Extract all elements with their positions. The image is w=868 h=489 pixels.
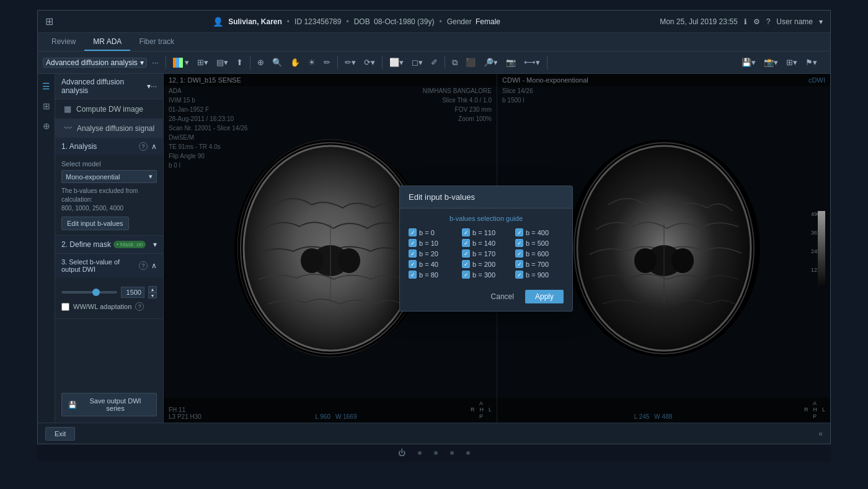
tab-review[interactable]: Review: [43, 34, 84, 51]
snapshot-button[interactable]: 📷: [503, 56, 519, 69]
search-button[interactable]: 🔍: [269, 56, 285, 69]
panel-more-icon[interactable]: ···: [151, 82, 157, 91]
mask-badge: • Mask: on: [113, 241, 146, 248]
copy-button[interactable]: ⧉: [449, 56, 461, 70]
bvalue-slider[interactable]: [61, 291, 117, 294]
camera-button[interactable]: 📸▾: [761, 56, 781, 69]
bvalue-cb-110[interactable]: [462, 228, 470, 236]
user-chevron-icon[interactable]: ▾: [819, 17, 823, 26]
save-icon-button[interactable]: 💾▾: [738, 56, 759, 69]
grid-button[interactable]: ⊞▾: [194, 56, 211, 69]
info-icon[interactable]: ℹ: [744, 17, 747, 26]
view-button[interactable]: ⬛: [463, 56, 479, 69]
bvalue-label-300: b = 300: [472, 271, 495, 279]
menu-item-analyse[interactable]: 〰 Analyse diffusion signal: [55, 119, 163, 138]
bvalue-label-20: b = 20: [419, 250, 438, 258]
bvalue-cb-300[interactable]: [462, 271, 470, 279]
tab-fiber-track[interactable]: Fiber track: [130, 34, 183, 51]
bvalue-cb-10[interactable]: [409, 239, 417, 247]
crossref-icon[interactable]: ⊕: [40, 119, 53, 133]
model-select[interactable]: Mono-exponential ▾: [61, 170, 157, 183]
crosshair-button[interactable]: ⊕: [254, 56, 267, 69]
bvalue-cb-700[interactable]: [515, 260, 523, 268]
edit-bvalues-button[interactable]: Edit input b-values: [61, 217, 129, 230]
section-mask-header[interactable]: 2. Define mask • Mask: on ▾: [55, 236, 163, 253]
cancel-button[interactable]: Cancel: [485, 290, 520, 303]
svg-rect-1: [176, 58, 179, 68]
settings-icon[interactable]: ⚙: [753, 17, 760, 26]
roi-button[interactable]: ⟳▾: [361, 56, 378, 69]
image-icon[interactable]: ⊞: [40, 99, 53, 114]
preset-button[interactable]: ▤▾: [213, 56, 231, 69]
flag-button[interactable]: ⚑▾: [802, 56, 820, 69]
pan-button[interactable]: ✋: [287, 56, 303, 69]
save-series-button[interactable]: 💾 Save output DWI series: [61, 393, 157, 416]
brightness-button[interactable]: ☀: [305, 56, 319, 69]
slider-decrement-button[interactable]: ▼: [148, 292, 157, 298]
section-analysis-title: 1. Analysis: [61, 142, 97, 151]
bvalue-cb-900[interactable]: [515, 271, 523, 279]
slider-increment-button[interactable]: ▲: [148, 286, 157, 292]
bvalue-cb-80[interactable]: [409, 271, 417, 279]
bvalue-label-700: b = 700: [526, 261, 549, 268]
more-options-button[interactable]: ···: [149, 56, 162, 69]
window-button[interactable]: ◻▾: [409, 56, 426, 69]
ww-wl-checkbox[interactable]: [61, 303, 69, 311]
bvalue-cb-140[interactable]: [462, 239, 470, 247]
section-bvalue-header[interactable]: 3. Select b-value of output DWI ? ∧: [55, 254, 163, 277]
flip-button[interactable]: ⟷▾: [521, 56, 543, 69]
ww-wl-help-icon[interactable]: ?: [135, 302, 144, 311]
main-content: ☰ ⊞ ⊕ Advanced diffusion analysis ▾ ··· …: [38, 74, 830, 423]
tab-mr-ada[interactable]: MR ADA: [84, 34, 130, 51]
section-bvalue-body: 1500 ▲ ▼ WW/WL adaptation ?: [55, 277, 163, 318]
bvalue-label-900: b = 900: [526, 271, 549, 279]
taskbar-dot-4: [466, 451, 470, 455]
side-panel: Advanced diffusion analysis ▾ ··· ▦ Comp…: [55, 74, 164, 423]
section-analysis-header[interactable]: 1. Analysis ? ∧: [55, 138, 163, 155]
section-bvalue-output: 3. Select b-value of output DWI ? ∧ 1500: [55, 254, 163, 319]
measure-button[interactable]: ✏▾: [342, 56, 359, 69]
bvalues-guide-link[interactable]: b-values selection guide: [409, 215, 564, 222]
protocol-selector[interactable]: Advanced diffusion analysis ▾: [43, 58, 147, 68]
analysis-help-icon[interactable]: ?: [139, 142, 148, 151]
ww-wl-label: WW/WL adaptation: [73, 303, 131, 310]
bvalue-item-80: b = 80: [409, 271, 457, 279]
bvalue-help-icon[interactable]: ?: [139, 261, 148, 270]
bvalue-cb-20[interactable]: [409, 249, 417, 258]
list-icon[interactable]: ☰: [40, 79, 53, 94]
patient-name: Sulivian, Karen: [228, 17, 282, 26]
patient-id: ID 123456789: [294, 17, 341, 26]
layout-button[interactable]: ⊞▾: [783, 56, 800, 69]
bvalue-grid: b = 0 b = 110 b = 400: [409, 228, 564, 279]
annotate-button[interactable]: ✐: [428, 56, 441, 69]
bvalue-cb-500[interactable]: [515, 239, 523, 247]
bvalue-label-400: b = 400: [526, 229, 549, 236]
power-icon[interactable]: ⏻: [398, 449, 405, 457]
slider-value[interactable]: 1500: [121, 287, 144, 298]
bvalue-label-500: b = 500: [526, 240, 549, 247]
username[interactable]: User name: [776, 17, 813, 26]
compute-icon: ▦: [64, 104, 71, 114]
section-mask-chevron-icon: ▾: [153, 240, 157, 249]
color-tool-button[interactable]: ▾: [170, 56, 192, 70]
bvalue-cb-170[interactable]: [462, 249, 470, 258]
slider-thumb[interactable]: [92, 289, 100, 296]
bvalue-cb-200[interactable]: [462, 260, 470, 268]
help-icon[interactable]: ?: [766, 17, 771, 26]
cursor-button[interactable]: ✏: [321, 56, 334, 69]
export-button[interactable]: ⬆: [233, 56, 246, 69]
bvalue-item-600: b = 600: [515, 249, 564, 258]
bvalue-cb-0[interactable]: [409, 228, 417, 236]
collapse-icon[interactable]: «: [818, 429, 823, 438]
exit-button[interactable]: Exit: [45, 427, 75, 441]
edit-bvalues-modal: Edit input b-values b-values selection g…: [399, 186, 573, 312]
save-icon: 💾: [68, 401, 77, 409]
apply-button[interactable]: Apply: [525, 290, 564, 303]
bvalue-cb-600[interactable]: [515, 249, 523, 258]
magnify-button[interactable]: 🔎▾: [480, 56, 501, 69]
menu-item-compute[interactable]: ▦ Compute DW image: [55, 99, 163, 119]
bvalue-cb-40[interactable]: [409, 260, 417, 268]
zoom-button[interactable]: ⬜▾: [386, 56, 407, 69]
bvalue-label-600: b = 600: [526, 250, 549, 258]
bvalue-cb-400[interactable]: [515, 228, 523, 236]
